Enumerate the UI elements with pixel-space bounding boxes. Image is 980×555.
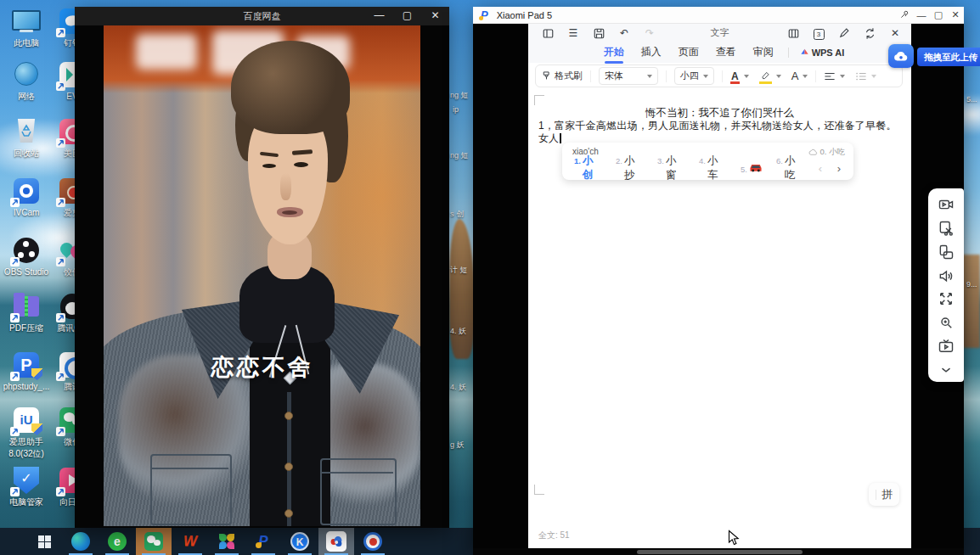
- shortcut-arrow-icon: [56, 372, 65, 381]
- desktop-label-fragment: ng 短: [450, 90, 469, 101]
- taskbar-wechat[interactable]: [136, 528, 172, 555]
- sidebar-panel-icon[interactable]: [535, 25, 560, 42]
- desktop-icon-phpstudy[interactable]: P phpstudy_...: [2, 350, 51, 391]
- desktop-label-fragment: 4. 妖: [450, 382, 466, 393]
- desktop-icon-aisi-assistant[interactable]: iU 爱思助手 8.0(32位): [2, 406, 51, 458]
- video-player[interactable]: 恋恋不舍: [104, 25, 420, 526]
- ime-next-page[interactable]: ›: [830, 162, 848, 175]
- wallpaper-rock: [449, 219, 475, 359]
- fullscreen-icon[interactable]: [934, 288, 958, 311]
- desktop-icon-recycle-bin[interactable]: 回收站: [2, 117, 51, 158]
- pinwheel-icon: [217, 532, 236, 551]
- screen-recorder-icon: [363, 532, 382, 551]
- wps-ribbon-tabs: 开始 插入 页面 查看 审阅 WPS AI: [528, 42, 911, 63]
- xiaomi-mirror-window: P Xiaomi Pad 5 — ▢ ✕ ☰ ↶ ↷ 文字: [473, 7, 964, 555]
- read-layout-icon[interactable]: [780, 25, 806, 42]
- shortcut-arrow-icon: [56, 257, 65, 266]
- align-button[interactable]: [824, 71, 845, 81]
- wallpaper-rock: [962, 255, 980, 348]
- desktop-icon-ivcam[interactable]: IVCam: [2, 177, 51, 217]
- font-color-button[interactable]: A: [730, 70, 749, 82]
- ime-prev-page[interactable]: ‹: [811, 162, 830, 175]
- desktop-label-fragment: 9...: [966, 280, 977, 289]
- netdisk-minimize-button[interactable]: —: [365, 7, 393, 25]
- network-icon: [14, 62, 38, 86]
- hair: [231, 41, 350, 134]
- ime-candidate-4[interactable]: 4.小车: [699, 154, 727, 182]
- netdisk-upload-widget[interactable]: 拖拽至此上传: [888, 44, 980, 68]
- taskbar-360-browser[interactable]: e: [99, 528, 135, 555]
- ime-candidate-2[interactable]: 2.小抄: [616, 154, 644, 182]
- desktop-label-fragment: s 创: [450, 209, 464, 220]
- desktop-icon-obs-studio[interactable]: OBS Studio: [2, 236, 51, 277]
- taskbar-pinwheel-app[interactable]: [209, 528, 245, 555]
- desktop-icon-pc-manager[interactable]: ✓ 电脑管家: [2, 466, 51, 507]
- desktop-icon-this-pc[interactable]: 此电脑: [2, 7, 51, 48]
- tv-cast-icon[interactable]: [934, 334, 958, 358]
- taskbar-baidu-netdisk[interactable]: [318, 528, 354, 555]
- close-document-icon[interactable]: ✕: [882, 25, 908, 42]
- pinyin-toggle-button[interactable]: 拼: [869, 483, 899, 506]
- desktop-icon-pdf-zip[interactable]: PDF压缩: [2, 292, 51, 333]
- netdisk-maximize-button[interactable]: ▢: [393, 7, 421, 25]
- taskbar-k-app[interactable]: K: [282, 528, 318, 555]
- wps-ai-button[interactable]: WPS AI: [800, 48, 845, 58]
- ime-cloud-candidate[interactable]: 0. 小吃: [808, 147, 845, 158]
- tab-page[interactable]: 页面: [678, 42, 700, 62]
- font-name-dropdown[interactable]: 宋体: [599, 67, 658, 85]
- tab-view[interactable]: 查看: [715, 42, 737, 62]
- ime-candidate-1[interactable]: 1.小创: [574, 154, 602, 182]
- collapse-toolbar-icon[interactable]: [934, 358, 958, 382]
- rotate-screen-icon[interactable]: [934, 240, 958, 264]
- taskbar-7p-mirror[interactable]: P: [245, 528, 281, 555]
- sync-share-icon[interactable]: [857, 25, 882, 42]
- tab-review[interactable]: 审阅: [752, 42, 774, 62]
- char-style-button[interactable]: A: [791, 70, 808, 82]
- cloud-icon: [808, 149, 818, 156]
- document-body-line: 女人: [538, 132, 561, 146]
- wps-format-toolbar: 格式刷 宋体 小四 A A: [535, 64, 903, 87]
- taskbar-screen-recorder[interactable]: [355, 528, 391, 555]
- mouse-cursor: [728, 530, 740, 550]
- list-button[interactable]: [855, 71, 876, 81]
- shortcut-arrow-icon: [56, 487, 65, 496]
- screen-clip-icon[interactable]: [934, 216, 958, 240]
- redo-icon[interactable]: ↷: [637, 25, 662, 42]
- mirror-close-button[interactable]: ✕: [947, 9, 964, 20]
- gesture-bar[interactable]: [637, 550, 803, 554]
- shortcut-arrow-icon: [10, 313, 20, 322]
- page-count-badge[interactable]: 3: [806, 25, 831, 42]
- volume-icon[interactable]: [934, 264, 958, 288]
- screen: ng 短 ip ng 短 s 创 计 短 4. 妖 4. 妖 g 妖 5... …: [0, 0, 980, 555]
- car-emoji-icon: [749, 162, 763, 172]
- start-button[interactable]: [26, 528, 62, 555]
- mirror-maximize-button[interactable]: ▢: [930, 9, 947, 20]
- mirror-minimize-button[interactable]: —: [913, 10, 930, 20]
- desktop-icon-network[interactable]: 网络: [2, 60, 51, 101]
- taskbar-edge[interactable]: [63, 528, 99, 555]
- 7p-mirror-icon: P: [258, 533, 268, 550]
- record-icon[interactable]: [934, 193, 958, 216]
- shortcut-arrow-icon: [56, 313, 65, 322]
- font-size-dropdown[interactable]: 小四: [674, 67, 714, 85]
- netdisk-titlebar[interactable]: 百度网盘 — ▢ ✕: [75, 7, 449, 25]
- undo-icon[interactable]: ↶: [611, 25, 637, 42]
- taskbar-wps[interactable]: W: [172, 528, 208, 555]
- format-painter-button[interactable]: 格式刷: [541, 70, 583, 82]
- k-app-icon: K: [290, 532, 309, 551]
- save-icon[interactable]: [586, 25, 611, 42]
- mirror-titlebar[interactable]: P Xiaomi Pad 5 — ▢ ✕: [473, 7, 964, 24]
- tab-home[interactable]: 开始: [603, 42, 625, 62]
- highlight-color-button[interactable]: [759, 70, 781, 82]
- tab-insert[interactable]: 插入: [640, 42, 662, 62]
- text-cursor: [560, 133, 561, 143]
- menu-icon[interactable]: ☰: [560, 25, 586, 42]
- ime-candidate-5-car-emoji[interactable]: 5.: [741, 162, 763, 174]
- ime-candidate-6[interactable]: 6.小吃: [776, 154, 804, 182]
- ime-candidate-3[interactable]: 3.小窗: [657, 154, 685, 182]
- zoom-icon[interactable]: [934, 311, 958, 334]
- edit-pen-icon[interactable]: [831, 25, 857, 42]
- netdisk-close-button[interactable]: ✕: [421, 7, 449, 25]
- pin-on-top-button[interactable]: [896, 9, 913, 21]
- shortcut-arrow-icon: [56, 81, 65, 91]
